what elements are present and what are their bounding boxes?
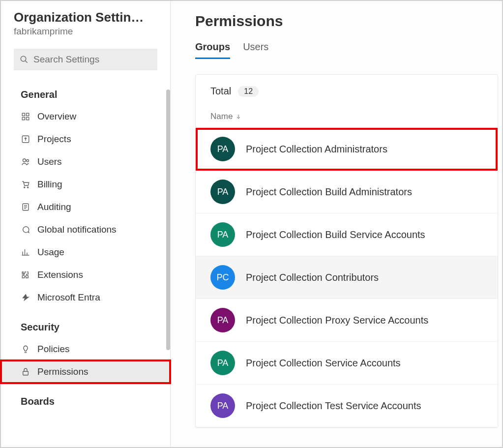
sidebar-item-overview[interactable]: Overview bbox=[1, 105, 170, 128]
group-name: Project Collection Build Administrators bbox=[246, 186, 412, 198]
tab-users[interactable]: Users bbox=[243, 41, 268, 59]
group-row[interactable]: PAProject Collection Service Accounts bbox=[196, 342, 498, 385]
group-row[interactable]: PCProject Collection Contributors bbox=[196, 256, 498, 299]
chat-icon bbox=[21, 225, 30, 235]
entra-icon bbox=[21, 293, 30, 302]
group-name: Project Collection Administrators bbox=[246, 144, 387, 155]
sidebar-item-label: Projects bbox=[37, 134, 71, 145]
sidebar-item-extensions[interactable]: Extensions bbox=[1, 264, 170, 286]
sidebar-item-permissions[interactable]: Permissions bbox=[1, 360, 170, 383]
svg-point-9 bbox=[24, 187, 25, 188]
group-name: Project Collection Test Service Accounts bbox=[246, 400, 421, 412]
total-label: Total bbox=[210, 86, 231, 97]
tabs: Groups Users bbox=[195, 41, 502, 60]
sidebar-item-label: Microsoft Entra bbox=[37, 292, 100, 303]
column-header-name[interactable]: Name bbox=[196, 102, 498, 127]
sidebar-item-global-notifications[interactable]: Global notifications bbox=[1, 218, 170, 241]
group-name: Project Collection Service Accounts bbox=[246, 358, 401, 369]
search-input[interactable] bbox=[33, 54, 151, 65]
sidebar-item-label: Permissions bbox=[37, 366, 88, 377]
sidebar-item-microsoft-entra[interactable]: Microsoft Entra bbox=[1, 286, 170, 309]
section-boards: Boards bbox=[1, 389, 170, 412]
section-general: General bbox=[1, 82, 170, 105]
sidebar-item-usage[interactable]: Usage bbox=[1, 241, 170, 264]
group-row[interactable]: PAProject Collection Build Administrator… bbox=[196, 171, 498, 213]
sidebar-item-label: Overview bbox=[37, 111, 76, 122]
sidebar-item-label: Policies bbox=[37, 344, 69, 355]
main-content: Permissions Groups Users Total 12 Name P… bbox=[171, 1, 502, 447]
svg-rect-3 bbox=[27, 113, 29, 116]
groups-card: Total 12 Name PAProject Collection Admin… bbox=[195, 74, 498, 428]
svg-point-0 bbox=[21, 56, 26, 61]
group-name: Project Collection Build Service Account… bbox=[246, 229, 425, 240]
cart-icon bbox=[21, 179, 30, 189]
group-row[interactable]: PAProject Collection Build Service Accou… bbox=[196, 213, 498, 256]
svg-rect-5 bbox=[27, 118, 29, 120]
page-title: Organization Settin… bbox=[14, 10, 157, 25]
sidebar-item-policies[interactable]: Policies bbox=[1, 338, 170, 360]
avatar: PA bbox=[210, 137, 235, 161]
upload-icon bbox=[21, 134, 30, 144]
column-label: Name bbox=[210, 112, 233, 121]
svg-rect-4 bbox=[22, 118, 25, 120]
scrollbar[interactable] bbox=[166, 90, 170, 350]
avatar: PA bbox=[210, 351, 235, 375]
svg-point-8 bbox=[27, 160, 29, 162]
arrow-down-icon bbox=[236, 113, 241, 120]
section-security: Security bbox=[1, 315, 170, 338]
sidebar-item-label: Usage bbox=[37, 247, 64, 258]
svg-rect-2 bbox=[22, 113, 25, 116]
sidebar-item-label: Users bbox=[37, 156, 62, 167]
search-settings[interactable] bbox=[14, 49, 157, 70]
svg-rect-19 bbox=[23, 371, 29, 375]
sidebar-item-users[interactable]: Users bbox=[1, 150, 170, 173]
avatar: PA bbox=[210, 393, 235, 418]
sidebar-item-auditing[interactable]: Auditing bbox=[1, 196, 170, 218]
sidebar: Organization Settin… fabrikamprime Gener… bbox=[1, 1, 171, 447]
avatar: PA bbox=[210, 308, 235, 332]
sidebar-item-label: Global notifications bbox=[37, 224, 117, 235]
list-icon bbox=[21, 202, 30, 212]
bulb-icon bbox=[21, 344, 30, 354]
search-icon bbox=[20, 55, 29, 64]
sidebar-item-projects[interactable]: Projects bbox=[1, 128, 170, 150]
avatar: PA bbox=[210, 179, 235, 204]
sidebar-item-label: Auditing bbox=[37, 202, 71, 212]
chart-icon bbox=[21, 247, 30, 257]
group-name: Project Collection Proxy Service Account… bbox=[246, 315, 428, 326]
tab-groups[interactable]: Groups bbox=[195, 41, 230, 59]
sidebar-item-label: Extensions bbox=[37, 269, 83, 280]
total-count: 12 bbox=[238, 86, 259, 97]
sidebar-item-billing[interactable]: Billing bbox=[1, 173, 170, 196]
sidebar-item-label: Billing bbox=[37, 179, 62, 190]
svg-point-10 bbox=[27, 187, 28, 188]
group-name: Project Collection Contributors bbox=[246, 272, 379, 283]
org-name: fabrikamprime bbox=[14, 26, 157, 37]
svg-point-7 bbox=[23, 159, 26, 162]
puzzle-icon bbox=[21, 270, 30, 280]
group-row[interactable]: PAProject Collection Test Service Accoun… bbox=[196, 385, 498, 427]
group-row[interactable]: PAProject Collection Proxy Service Accou… bbox=[196, 299, 498, 342]
lock-icon bbox=[21, 367, 30, 377]
users-icon bbox=[21, 157, 30, 167]
group-row[interactable]: PAProject Collection Administrators bbox=[196, 128, 498, 171]
avatar: PA bbox=[210, 222, 235, 247]
main-title: Permissions bbox=[195, 13, 502, 30]
grid-icon bbox=[21, 112, 30, 121]
svg-line-1 bbox=[25, 60, 28, 63]
avatar: PC bbox=[210, 265, 235, 290]
